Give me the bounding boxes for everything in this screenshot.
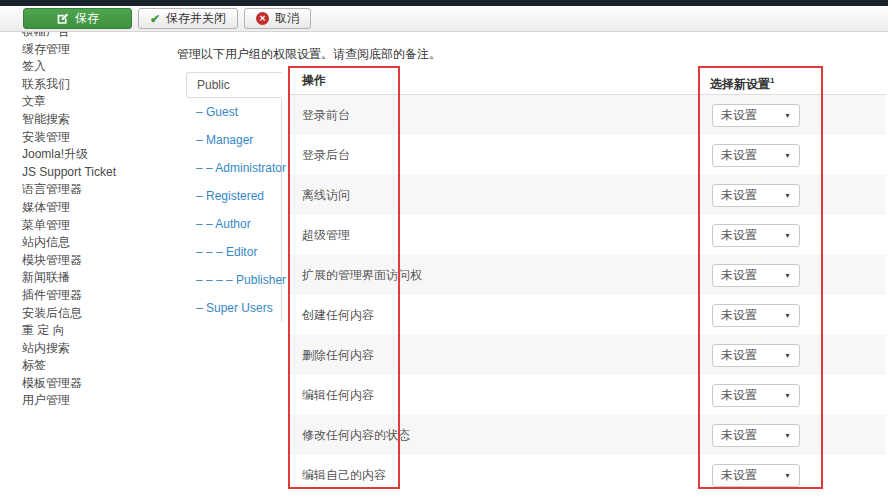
permission-select-value: 未设置 xyxy=(721,427,757,444)
sidebar-item[interactable]: 媒体管理 xyxy=(22,199,172,217)
sidebar-item[interactable]: 安装后信息 xyxy=(22,305,172,323)
sidebar-item[interactable]: 缓存管理 xyxy=(22,41,172,59)
action-label: 编辑任何内容 xyxy=(289,387,374,404)
sidebar-item[interactable]: 安装管理 xyxy=(22,129,172,147)
usergroup-tab-link[interactable]: – Guest xyxy=(186,98,281,126)
permission-select[interactable]: 未设置▼ xyxy=(712,224,800,247)
save-close-button[interactable]: ✔ 保存并关闭 xyxy=(138,8,238,29)
action-label: 登录后台 xyxy=(289,147,350,164)
chevron-down-icon: ▼ xyxy=(784,432,791,439)
permission-select[interactable]: 未设置▼ xyxy=(712,464,800,487)
chevron-down-icon: ▼ xyxy=(784,232,791,239)
sidebar-item[interactable]: 模板管理器 xyxy=(22,375,172,393)
chevron-down-icon: ▼ xyxy=(784,312,791,319)
usergroup-tab-link[interactable]: – – Author xyxy=(186,210,281,238)
usergroup-tab-link[interactable]: – Registered xyxy=(186,182,281,210)
sidebar-item[interactable]: 智能搜索 xyxy=(22,111,172,129)
permission-select[interactable]: 未设置▼ xyxy=(712,184,800,207)
permission-select-value: 未设置 xyxy=(721,187,757,204)
permission-select[interactable]: 未设置▼ xyxy=(712,424,800,447)
table-row: 修改任何内容的状态未设置▼ xyxy=(289,415,886,455)
table-row: 编辑自己的内容未设置▼ xyxy=(289,455,886,495)
permission-select-value: 未设置 xyxy=(721,467,757,484)
chevron-down-icon: ▼ xyxy=(784,392,791,399)
cancel-button-label: 取消 xyxy=(275,10,299,27)
save-close-button-label: 保存并关闭 xyxy=(166,10,226,27)
action-label: 编辑自己的内容 xyxy=(289,467,386,484)
sidebar-item[interactable]: 文章 xyxy=(22,93,172,111)
permissions-table-body: 登录前台未设置▼登录后台未设置▼离线访问未设置▼超级管理未设置▼扩展的管理界面访… xyxy=(289,95,886,495)
table-row: 创建任何内容未设置▼ xyxy=(289,295,886,335)
tab-group-public[interactable]: Public xyxy=(186,72,282,98)
sidebar-item[interactable]: 菜单管理 xyxy=(22,217,172,235)
table-row: 登录后台未设置▼ xyxy=(289,135,886,175)
table-row: 离线访问未设置▼ xyxy=(289,175,886,215)
chevron-down-icon: ▼ xyxy=(784,272,791,279)
permission-select[interactable]: 未设置▼ xyxy=(712,264,800,287)
action-label: 修改任何内容的状态 xyxy=(289,427,410,444)
permission-select-value: 未设置 xyxy=(721,347,757,364)
action-label: 扩展的管理界面访问权 xyxy=(289,267,422,284)
sidebar-menu-list: 横幅广告缓存管理签入联系我们文章智能搜索安装管理Joomla!升级JS Supp… xyxy=(22,32,172,410)
permission-select-value: 未设置 xyxy=(721,227,757,244)
table-row: 删除任何内容未设置▼ xyxy=(289,335,886,375)
sidebar-item[interactable]: Joomla!升级 xyxy=(22,146,172,164)
usergroup-tab-link[interactable]: – Super Users xyxy=(186,294,281,322)
sidebar-item[interactable]: 站内信息 xyxy=(22,234,172,252)
save-button-label: 保存 xyxy=(75,10,99,27)
permission-select-value: 未设置 xyxy=(721,107,757,124)
usergroup-tab-link[interactable]: – – – – Publisher xyxy=(186,266,281,294)
sidebar-item[interactable]: 语言管理器 xyxy=(22,181,172,199)
sidebar-item[interactable]: 用户管理 xyxy=(22,392,172,410)
action-label: 删除任何内容 xyxy=(289,347,374,364)
chevron-down-icon: ▼ xyxy=(784,352,791,359)
action-label: 登录前台 xyxy=(289,107,350,124)
usergroup-tabs: Public – Guest– Manager– – Administrator… xyxy=(186,72,282,322)
permission-select-value: 未设置 xyxy=(721,267,757,284)
usergroup-tab-link[interactable]: – – Administrator xyxy=(186,154,281,182)
table-row: 超级管理未设置▼ xyxy=(289,215,886,255)
permission-select[interactable]: 未设置▼ xyxy=(712,344,800,367)
sidebar-item[interactable]: 重 定 向 xyxy=(22,322,172,340)
permission-select[interactable]: 未设置▼ xyxy=(712,104,800,127)
cancel-circle-icon: ✕ xyxy=(256,12,269,25)
permission-select-value: 未设置 xyxy=(721,147,757,164)
cancel-button[interactable]: ✕ 取消 xyxy=(244,8,311,29)
sidebar-item[interactable]: 站内搜索 xyxy=(22,340,172,358)
sidebar-item[interactable]: 标签 xyxy=(22,357,172,375)
permission-select[interactable]: 未设置▼ xyxy=(712,384,800,407)
usergroup-tab-link[interactable]: – – – Editor xyxy=(186,238,281,266)
sidebar-menu: 横幅广告缓存管理签入联系我们文章智能搜索安装管理Joomla!升级JS Supp… xyxy=(22,32,172,494)
sidebar-item[interactable]: 签入 xyxy=(22,58,172,76)
sidebar-item[interactable]: 联系我们 xyxy=(22,76,172,94)
table-row: 扩展的管理界面访问权未设置▼ xyxy=(289,255,886,295)
table-row: 编辑任何内容未设置▼ xyxy=(289,375,886,415)
permission-select[interactable]: 未设置▼ xyxy=(712,144,800,167)
usergroup-tab-link[interactable]: – Manager xyxy=(186,126,281,154)
permission-select-value: 未设置 xyxy=(721,307,757,324)
sidebar-item[interactable]: 横幅广告 xyxy=(22,32,172,41)
usergroup-tab-list: – Guest– Manager– – Administrator– Regis… xyxy=(186,98,281,322)
action-label: 超级管理 xyxy=(289,227,350,244)
sidebar-item[interactable]: 新闻联播 xyxy=(22,269,172,287)
chevron-down-icon: ▼ xyxy=(784,152,791,159)
permissions-intro-text: 管理以下用户组的权限设置。请查阅底部的备注。 xyxy=(177,46,441,63)
permission-select[interactable]: 未设置▼ xyxy=(712,304,800,327)
edit-square-icon xyxy=(56,12,69,25)
permissions-table: 操作 选择新设置1 登录前台未设置▼登录后台未设置▼离线访问未设置▼超级管理未设… xyxy=(289,66,886,495)
sidebar-item[interactable]: 插件管理器 xyxy=(22,287,172,305)
toolbar: 保存 ✔ 保存并关闭 ✕ 取消 xyxy=(0,6,888,32)
chevron-down-icon: ▼ xyxy=(784,472,791,479)
actions-column-header: 操作 xyxy=(289,73,326,87)
save-button[interactable]: 保存 xyxy=(23,8,132,29)
check-icon: ✔ xyxy=(150,13,160,25)
table-row: 登录前台未设置▼ xyxy=(289,95,886,135)
chevron-down-icon: ▼ xyxy=(784,192,791,199)
permission-select-value: 未设置 xyxy=(721,387,757,404)
permissions-table-header: 操作 选择新设置1 xyxy=(289,66,886,95)
action-label: 离线访问 xyxy=(289,187,350,204)
sidebar-item[interactable]: JS Support Ticket xyxy=(22,164,172,182)
chevron-down-icon: ▼ xyxy=(784,112,791,119)
action-label: 创建任何内容 xyxy=(289,307,374,324)
sidebar-item[interactable]: 模块管理器 xyxy=(22,252,172,270)
